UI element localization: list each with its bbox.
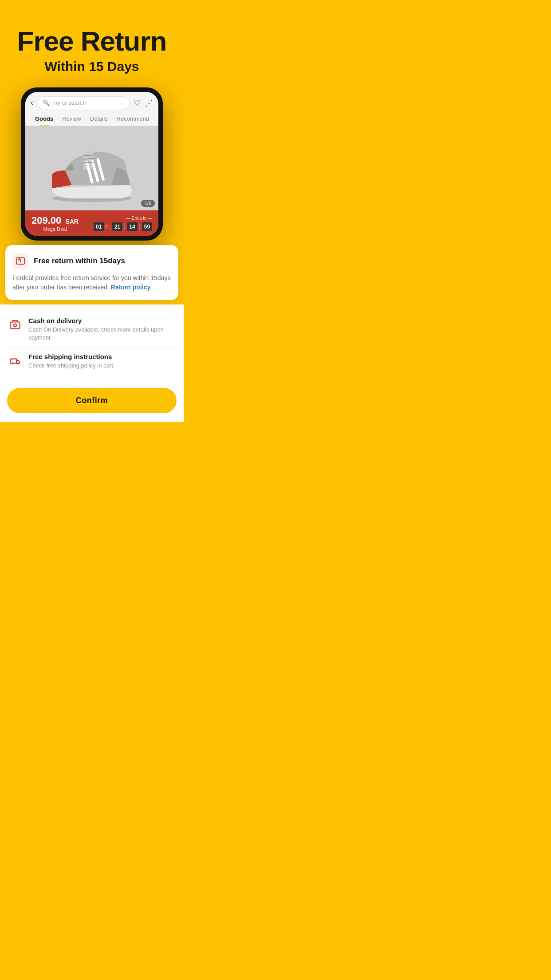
search-bar[interactable]: 🔍 Try to search [37, 96, 130, 109]
search-placeholder: Try to search [52, 99, 86, 106]
confirm-button-wrapper: Confirm [0, 383, 184, 422]
header-icons: ♡ ⋰ [134, 98, 153, 108]
countdown-sep2: : [124, 224, 126, 230]
card-header: Free return within 15days [12, 253, 171, 269]
headline: Free Return [9, 27, 175, 55]
tab-details[interactable]: Details [86, 112, 112, 126]
yellow-background: Free Return Within 15 Days ‹ 🔍 Try to se… [0, 0, 184, 249]
cash-icon [7, 317, 23, 333]
phone-mockup: ‹ 🔍 Try to search ♡ ⋰ Goods [9, 87, 175, 241]
countdown-d-label: d [105, 224, 108, 229]
free-shipping-item: Free shipping instructions Check free sh… [7, 348, 177, 375]
back-button[interactable]: ‹ [31, 98, 33, 107]
product-price: 209.00 SAR [31, 215, 79, 226]
shoe-image [43, 133, 141, 204]
free-shipping-content: Free shipping instructions Check free sh… [28, 353, 114, 370]
return-icon [12, 253, 28, 269]
card-description: Fordeal provides free return service for… [12, 273, 171, 292]
free-return-card: Free return within 15days Fordeal provid… [5, 245, 178, 300]
cash-on-delivery-item: Cash on delivery Cash On Delivery availa… [7, 312, 177, 348]
price-right: — Ends in — 01 d : 21 : 14 : 59 [94, 216, 152, 231]
cash-on-delivery-desc: Cash On Delivery available, check more d… [28, 326, 177, 342]
countdown-minutes: 14 [127, 222, 137, 231]
svg-point-6 [14, 324, 17, 327]
cash-on-delivery-content: Cash on delivery Cash On Delivery availa… [28, 317, 177, 342]
free-shipping-title: Free shipping instructions [28, 353, 114, 360]
product-tabs: Goods Review Details Recommend [25, 112, 158, 126]
shipping-icon [7, 353, 23, 369]
countdown-sep1: : [109, 224, 111, 230]
deal-label: Mega Deal [31, 226, 79, 232]
tab-recommend[interactable]: Recommend [112, 112, 154, 126]
phone-frame: ‹ 🔍 Try to search ♡ ⋰ Goods [21, 87, 163, 241]
return-policy-link[interactable]: Return policy [111, 284, 150, 291]
search-icon: 🔍 [43, 99, 50, 106]
countdown-days: 01 [94, 222, 104, 231]
countdown-hours: 21 [112, 222, 122, 231]
free-shipping-desc: Check free shipping policy in cart. [28, 362, 114, 370]
subheadline: Within 15 Days [9, 59, 175, 74]
countdown-sep3: : [139, 224, 141, 230]
ends-in-label: — Ends in — [94, 216, 152, 221]
product-image-area: 1/6 [25, 126, 158, 210]
tab-goods[interactable]: Goods [31, 112, 58, 126]
countdown-timer: 01 d : 21 : 14 : 59 [94, 222, 152, 231]
image-counter: 1/6 [141, 200, 155, 207]
return-icon-svg [16, 256, 25, 266]
card-title: Free return within 15days [34, 257, 125, 265]
cash-on-delivery-title: Cash on delivery [28, 317, 177, 324]
svg-point-8 [17, 363, 19, 364]
tab-review[interactable]: Review [58, 112, 86, 126]
price-banner: 209.00 SAR Mega Deal — Ends in — 01 d : … [25, 210, 158, 236]
price-left: 209.00 SAR Mega Deal [31, 215, 79, 232]
svg-point-7 [12, 363, 13, 364]
phone-screen: ‹ 🔍 Try to search ♡ ⋰ Goods [25, 92, 158, 236]
countdown-seconds: 59 [142, 222, 152, 231]
shoe-svg [43, 133, 141, 204]
heart-icon[interactable]: ♡ [134, 98, 141, 108]
screen-header: ‹ 🔍 Try to search ♡ ⋰ [25, 92, 158, 112]
features-section: Cash on delivery Cash On Delivery availa… [0, 304, 184, 383]
share-icon[interactable]: ⋰ [145, 98, 153, 108]
svg-rect-5 [10, 322, 20, 329]
confirm-button[interactable]: Confirm [7, 388, 177, 413]
